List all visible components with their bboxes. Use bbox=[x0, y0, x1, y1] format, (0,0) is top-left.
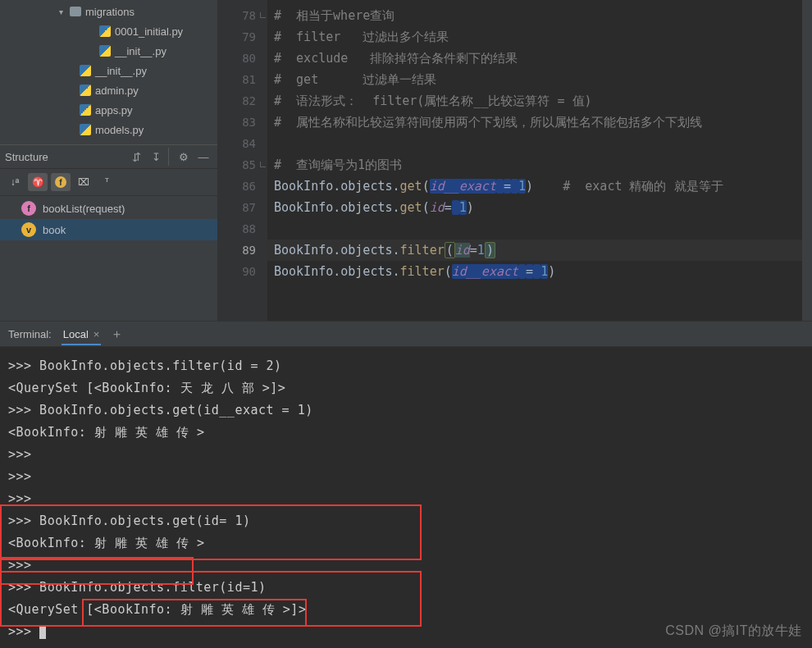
gear-icon[interactable]: ⚙ bbox=[175, 148, 193, 166]
console-line: <BookInfo: 射 雕 英 雄 传 > bbox=[8, 422, 807, 444]
tree-item-label: migrations bbox=[85, 6, 135, 18]
tree-item[interactable]: admin.py bbox=[0, 80, 217, 100]
structure-item[interactable]: vbook bbox=[0, 219, 217, 240]
text-icon[interactable]: ᵀ bbox=[97, 173, 116, 191]
terminal-console[interactable]: >>> BookInfo.objects.filter(id = 2)<Quer… bbox=[0, 347, 812, 648]
structure-badge-icon: v bbox=[21, 222, 36, 237]
project-tree[interactable]: ▾migrations0001_initial.py__init__.py__i… bbox=[0, 0, 217, 144]
line-number: 83 bbox=[218, 112, 267, 133]
line-number: 78 bbox=[218, 5, 267, 26]
tree-item-label: admin.py bbox=[95, 84, 139, 97]
console-line: >>> bbox=[8, 488, 807, 510]
code-editor[interactable]: # 相当于where查询 # filter 过滤出多个结果 # exclude … bbox=[267, 0, 812, 321]
line-number: 88 bbox=[218, 218, 267, 240]
code-line: # 属性名称和比较运算符间使用两个下划线，所以属性名不能包括多个下划线 bbox=[274, 115, 702, 130]
terminal-tab-bar: Terminal: Local × ＋ bbox=[0, 321, 812, 347]
structure-list[interactable]: fbookList(request)vbook bbox=[0, 196, 217, 321]
tree-item-label: apps.py bbox=[95, 104, 133, 116]
structure-title: Structure bbox=[5, 151, 125, 163]
code-line: # get 过滤单一结果 bbox=[274, 72, 436, 87]
structure-item[interactable]: fbookList(request) bbox=[0, 198, 217, 219]
structure-item-label: book bbox=[43, 224, 66, 236]
new-terminal-icon[interactable]: ＋ bbox=[111, 326, 123, 342]
code-line: BookInfo.objects.get(id= 1) bbox=[267, 197, 812, 218]
editor-scrollbar[interactable] bbox=[802, 0, 812, 321]
code-line-current: BookInfo.objects.filter(id=1) bbox=[267, 240, 812, 261]
sort-icon[interactable]: ↓ª bbox=[5, 173, 25, 191]
collapse-icon[interactable]: ⇵ bbox=[127, 148, 145, 166]
code-line: BookInfo.objects.get(id__exact = 1) # ex… bbox=[267, 176, 812, 197]
structure-header: Structure ⇵ ↧ ⚙ — bbox=[0, 144, 217, 169]
filter-methods-icon[interactable]: ♈ bbox=[28, 173, 48, 191]
terminal-title: Terminal: bbox=[8, 328, 52, 340]
code-line bbox=[267, 218, 812, 240]
structure-item-label: bookList(request) bbox=[43, 203, 125, 215]
tree-item[interactable]: apps.py bbox=[0, 100, 217, 120]
tree-item[interactable]: __init__.py bbox=[0, 61, 217, 80]
folder-icon bbox=[69, 5, 82, 18]
line-number: 82 bbox=[218, 90, 267, 112]
code-line: # 语法形式： filter(属性名称__比较运算符 = 值) bbox=[274, 94, 592, 108]
console-line: <QuerySet [<BookInfo: 射 雕 英 雄 传 >]> bbox=[8, 599, 807, 621]
line-number: 85 bbox=[218, 154, 267, 176]
python-icon bbox=[98, 25, 112, 38]
console-line: >>> bbox=[8, 554, 807, 577]
line-number: 80 bbox=[218, 48, 267, 69]
console-line: >>> BookInfo.objects.filter(id=1) bbox=[8, 577, 807, 599]
console-cursor bbox=[39, 625, 46, 639]
console-line: >>> bbox=[8, 466, 807, 488]
line-number: 84 bbox=[218, 133, 267, 154]
console-line: >>> bbox=[8, 444, 807, 466]
close-icon[interactable]: × bbox=[94, 328, 100, 340]
console-line: <BookInfo: 射 雕 英 雄 传 > bbox=[8, 532, 807, 554]
console-line: >>> BookInfo.objects.get(id= 1) bbox=[8, 510, 807, 532]
editor-gutter: 78798081828384858687888990 bbox=[218, 0, 267, 321]
tree-item-label: models.py bbox=[95, 124, 144, 136]
line-number: 79 bbox=[218, 26, 267, 48]
tree-arrow-icon[interactable]: ▾ bbox=[56, 7, 66, 16]
terminal-tab-local[interactable]: Local × bbox=[62, 328, 102, 345]
line-number: 87 bbox=[218, 197, 267, 218]
console-line: <QuerySet [<BookInfo: 天 龙 八 部 >]> bbox=[8, 377, 807, 399]
watermark: CSDN @搞IT的放牛娃 bbox=[665, 619, 802, 641]
line-number: 90 bbox=[218, 261, 267, 282]
top-pane: ▾migrations0001_initial.py__init__.py__i… bbox=[0, 0, 812, 321]
code-line bbox=[267, 133, 812, 154]
tree-item-label: __init__.py bbox=[95, 65, 147, 77]
code-line: # exclude 排除掉符合条件剩下的结果 bbox=[274, 51, 518, 66]
hide-icon[interactable]: — bbox=[194, 148, 212, 166]
sidebar: ▾migrations0001_initial.py__init__.py__i… bbox=[0, 0, 218, 321]
structure-toolbar: ↓ª ♈ f ⌧ ᵀ bbox=[0, 169, 217, 196]
code-line: BookInfo.objects.filter(id__exact = 1) bbox=[267, 261, 812, 282]
tree-item-label: __init__.py bbox=[115, 45, 167, 57]
python-icon bbox=[79, 123, 92, 136]
line-number: 89 bbox=[218, 240, 267, 261]
python-icon bbox=[79, 84, 92, 97]
tree-item[interactable]: models.py bbox=[0, 120, 217, 139]
expand-icon[interactable]: ↧ bbox=[147, 148, 165, 166]
line-number: 81 bbox=[218, 69, 267, 90]
code-line: # filter 过滤出多个结果 bbox=[274, 30, 449, 44]
tree-icon[interactable]: ⌧ bbox=[74, 173, 94, 191]
python-icon bbox=[98, 44, 112, 57]
console-line: >>> BookInfo.objects.filter(id = 2) bbox=[8, 355, 807, 377]
console-line: >>> BookInfo.objects.get(id__exact = 1) bbox=[8, 399, 807, 422]
python-icon bbox=[79, 64, 92, 77]
terminal-tab-label: Local bbox=[63, 328, 89, 340]
tree-item-label: 0001_initial.py bbox=[115, 25, 183, 38]
code-line: # 查询编号为1的图书 bbox=[274, 157, 402, 172]
code-line: # 相当于where查询 bbox=[274, 8, 395, 23]
structure-badge-icon: f bbox=[21, 201, 36, 216]
filter-fields-icon[interactable]: f bbox=[55, 176, 66, 188]
python-icon bbox=[79, 103, 92, 116]
tree-item[interactable]: __init__.py bbox=[0, 41, 217, 61]
tree-item[interactable]: 0001_initial.py bbox=[0, 21, 217, 41]
line-number: 86 bbox=[218, 176, 267, 197]
tree-item[interactable]: ▾migrations bbox=[0, 2, 217, 21]
